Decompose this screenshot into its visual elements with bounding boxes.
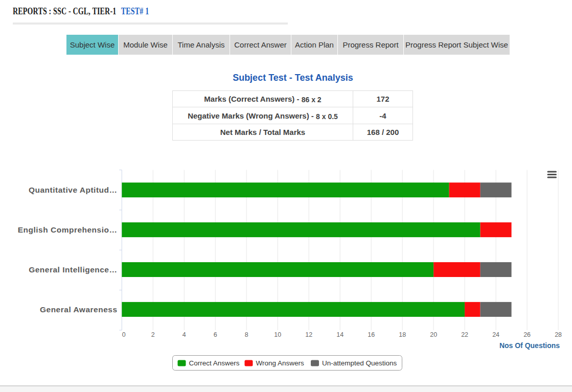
svg-text:22: 22 [461, 331, 468, 338]
svg-text:General Intelligence…: General Intelligence… [29, 265, 117, 274]
svg-text:2: 2 [151, 331, 155, 338]
svg-text:24: 24 [492, 331, 499, 338]
svg-text:8: 8 [245, 331, 248, 338]
svg-text:16: 16 [368, 331, 375, 338]
svg-text:Un-attempted Questions: Un-attempted Questions [322, 359, 397, 367]
svg-text:4: 4 [182, 331, 186, 338]
svg-text:14: 14 [336, 331, 344, 338]
svg-text:18: 18 [399, 331, 406, 338]
svg-text:12: 12 [305, 331, 312, 338]
svg-text:English Comprehensio…: English Comprehensio… [18, 225, 118, 234]
svg-text:26: 26 [523, 331, 531, 338]
svg-text:Nos Of Questions: Nos Of Questions [499, 341, 560, 350]
svg-text:0: 0 [122, 331, 126, 338]
svg-text:10: 10 [274, 331, 281, 338]
svg-text:28: 28 [555, 331, 562, 338]
svg-text:20: 20 [430, 331, 437, 338]
svg-text:6: 6 [214, 331, 217, 338]
svg-text:Wrong Answers: Wrong Answers [256, 359, 305, 367]
svg-text:General Awareness: General Awareness [40, 305, 118, 314]
svg-text:Quantitative Aptitud…: Quantitative Aptitud… [29, 186, 118, 194]
svg-text:Correct Answers: Correct Answers [189, 359, 240, 367]
